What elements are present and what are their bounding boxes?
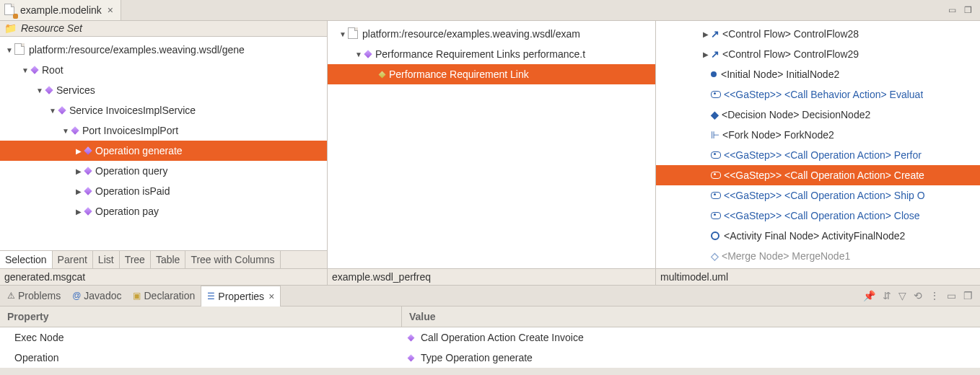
close-view-icon[interactable]: ×: [268, 291, 274, 302]
declaration-label: Declaration: [144, 290, 195, 301]
minimize-view-icon[interactable]: ▭: [947, 290, 956, 301]
tree-perf[interactable]: <<GaStep>> <Call Operation Action> Perfo…: [656, 145, 980, 165]
tree-mode-icon[interactable]: ⇵: [883, 290, 891, 301]
service-label: Service InvoicesImplService: [69, 105, 196, 116]
tree-merge[interactable]: ◇ <Merge Node> MergeNode1: [656, 246, 980, 266]
tab-javadoc[interactable]: @ Javadoc: [66, 286, 127, 306]
tab-tree-columns[interactable]: Tree with Columns: [185, 251, 280, 268]
close-label: <<GaStep>> <Call Operation Action> Close: [724, 210, 920, 221]
model-element-icon: [71, 126, 79, 134]
expand-icon[interactable]: ▶: [701, 30, 711, 38]
tab-properties[interactable]: ☰ Properties ×: [201, 286, 281, 306]
declaration-icon: ▣: [133, 291, 141, 301]
perf-label: <<GaStep>> <Call Operation Action> Perfo…: [724, 149, 922, 161]
tree-services[interactable]: ▼ Services: [0, 80, 327, 100]
tab-table[interactable]: Table: [151, 251, 185, 268]
expand-icon[interactable]: ▶: [74, 147, 84, 155]
property-column-header[interactable]: Property: [0, 306, 402, 327]
expand-icon[interactable]: ▼: [35, 87, 45, 94]
tree-resource-root[interactable]: ▼ platform:/resource/examples.weaving.ws…: [328, 24, 655, 44]
tree-root[interactable]: ▼ Root: [0, 60, 327, 80]
problems-icon: ⚠: [7, 291, 15, 301]
value-column-header[interactable]: Value: [402, 306, 443, 327]
cf29-label: <Control Flow> ControlFlow29: [722, 48, 859, 60]
callaction-icon: [711, 192, 721, 199]
javadoc-icon: @: [72, 291, 81, 301]
properties-icon: ☰: [207, 291, 215, 301]
tree-eval[interactable]: <<GaStep>> <Call Behavior Action> Evalua…: [656, 84, 980, 105]
expand-icon[interactable]: ▼: [354, 50, 364, 58]
folder-icon: 📁: [4, 22, 17, 34]
model-element-icon: [364, 50, 372, 58]
minimize-icon[interactable]: ▭: [947, 5, 957, 15]
tree-create[interactable]: <<GaStep>> <Call Operation Action> Creat…: [656, 165, 980, 185]
merge-label: <Merge Node> MergeNode1: [722, 250, 850, 262]
tab-parent[interactable]: Parent: [53, 251, 93, 268]
tab-problems[interactable]: ⚠ Problems: [1, 286, 66, 306]
tree-ship[interactable]: <<GaStep>> <Call Operation Action> Ship …: [656, 185, 980, 206]
close-tab-icon[interactable]: ×: [106, 4, 115, 16]
properties-tab-bar: ⚠ Problems @ Javadoc ▣ Declaration ☰ Pro…: [0, 286, 980, 306]
tree-initialnode[interactable]: <Initial Node> InitialNode2: [656, 64, 980, 84]
tree-decision[interactable]: ◆ <Decision Node> DecisionNode2: [656, 105, 980, 125]
tree-controlflow29[interactable]: ▶ ↗ <Control Flow> ControlFlow29: [656, 44, 980, 64]
expand-icon[interactable]: ▼: [4, 46, 14, 54]
file-tab-label: example.modelink: [20, 4, 102, 16]
property-row-operation[interactable]: Operation Type Operation generate: [0, 348, 980, 368]
properties-label: Properties: [218, 291, 264, 302]
tree-link-item[interactable]: Performance Requirement Link: [328, 64, 655, 84]
init-label: <Initial Node> InitialNode2: [721, 69, 839, 80]
tree-final[interactable]: <Activity Final Node> ActivityFinalNode2: [656, 226, 980, 246]
tree-op-ispaid[interactable]: ▶ Operation isPaid: [0, 181, 327, 201]
property-value: Call Operation Action Create Invoice: [421, 332, 584, 343]
maximize-view-icon[interactable]: ❐: [963, 290, 973, 301]
callaction-icon: [711, 91, 721, 98]
tab-declaration[interactable]: ▣ Declaration: [127, 286, 201, 306]
tree-fork[interactable]: ⊩ <Fork Node> ForkNode2: [656, 125, 980, 145]
file-icon: [14, 43, 26, 57]
expand-icon[interactable]: ▼: [20, 66, 30, 74]
tree-op-pay[interactable]: ▶ Operation pay: [0, 201, 327, 221]
filter-icon[interactable]: ▽: [898, 290, 906, 301]
expand-icon[interactable]: ▶: [74, 167, 84, 175]
tree-op-generate[interactable]: ▶ Operation generate: [0, 141, 327, 161]
resource-path-label: platform:/resource/examples.weaving.wsdl…: [29, 44, 245, 56]
tree-resource-root[interactable]: ▼ platform:/resource/examples.weaving.ws…: [0, 40, 327, 60]
maximize-icon[interactable]: ❐: [963, 5, 973, 15]
middle-tree[interactable]: ▼ platform:/resource/examples.weaving.ws…: [328, 21, 655, 268]
editor-file-tab[interactable]: example.modelink ×: [0, 0, 121, 20]
property-name: Exec Node: [0, 332, 401, 343]
services-label: Services: [56, 84, 95, 96]
model-element-icon: [58, 106, 66, 114]
editor-window-controls: ▭ ❐: [947, 5, 980, 15]
tree-service[interactable]: ▼ Service InvoicesImplService: [0, 100, 327, 120]
tree-close[interactable]: <<GaStep>> <Call Operation Action> Close: [656, 206, 980, 226]
left-tree[interactable]: ▼ platform:/resource/examples.weaving.ws…: [0, 37, 327, 250]
tree-links-container[interactable]: ▼ Performance Requirement Links performa…: [328, 44, 655, 64]
middle-file-label[interactable]: example.wsdl_perfreq: [328, 268, 655, 285]
expand-icon[interactable]: ▼: [61, 127, 71, 135]
tree-port[interactable]: ▼ Port InvoicesImplPort: [0, 120, 327, 141]
expand-icon[interactable]: ▶: [74, 188, 84, 195]
tree-op-query[interactable]: ▶ Operation query: [0, 161, 327, 181]
op-pay-label: Operation pay: [95, 206, 159, 217]
pin-icon[interactable]: 📌: [863, 290, 875, 301]
right-tree[interactable]: ▶ ↗ <Control Flow> ControlFlow28 ▶ ↗ <Co…: [656, 21, 980, 268]
right-file-label[interactable]: multimodel.uml: [656, 268, 980, 285]
expand-icon[interactable]: ▼: [48, 107, 58, 115]
editor-body: 📁 Resource Set ▼ platform:/resource/exam…: [0, 21, 980, 285]
left-file-label[interactable]: generated.msgcat: [0, 268, 327, 285]
restore-icon[interactable]: ⟲: [914, 290, 922, 301]
model-element-icon: [84, 146, 92, 154]
initialnode-icon: [711, 71, 717, 77]
model-element-icon: [408, 354, 415, 361]
tab-selection[interactable]: Selection: [0, 251, 53, 268]
tree-controlflow28[interactable]: ▶ ↗ <Control Flow> ControlFlow28: [656, 24, 980, 44]
menu-icon[interactable]: ⋮: [929, 290, 940, 301]
expand-icon[interactable]: ▶: [74, 208, 84, 216]
expand-icon[interactable]: ▶: [701, 50, 711, 58]
property-row-execnode[interactable]: Exec Node Call Operation Action Create I…: [0, 327, 980, 348]
expand-icon[interactable]: ▼: [338, 30, 348, 38]
tab-tree[interactable]: Tree: [120, 251, 151, 268]
tab-list[interactable]: List: [93, 251, 120, 268]
